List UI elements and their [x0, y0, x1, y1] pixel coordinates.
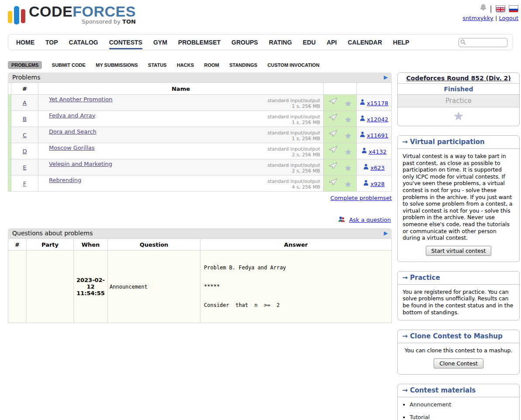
- header-stripe-cell: [8, 83, 11, 95]
- nav-item-help[interactable]: HELP: [393, 35, 409, 49]
- problem-row-a: A standard input/output1 s, 256 MB Yet A…: [8, 95, 392, 111]
- favorite-star-icon[interactable]: ★: [345, 148, 351, 156]
- nav-item-groups[interactable]: GROUPS: [231, 35, 258, 49]
- favorite-star-icon[interactable]: ★: [345, 99, 351, 108]
- problems-header-row: # Name: [8, 83, 392, 95]
- close-icon[interactable]: ×: [519, 401, 520, 406]
- time-memory-limits: 1 s, 256 MB: [292, 136, 320, 141]
- solved-count-link[interactable]: x623: [370, 165, 385, 171]
- subnav-hacks[interactable]: HACKS: [176, 61, 194, 69]
- problem-name-link[interactable]: Dora and Search: [49, 128, 97, 135]
- problem-letter-link[interactable]: B: [23, 116, 27, 122]
- questions-box: Questions about problems ▶ # Party When …: [8, 228, 392, 323]
- problem-name-link[interactable]: Yet Another Promotion: [49, 96, 112, 103]
- problem-letter-link[interactable]: C: [23, 132, 27, 138]
- solved-person-icon: [363, 181, 369, 187]
- questions-caption: Questions about problems ▶: [8, 228, 392, 238]
- nav-item-api[interactable]: API: [327, 35, 337, 49]
- nav-item-contests[interactable]: CONTESTS: [109, 35, 142, 49]
- nav-item-home[interactable]: HOME: [16, 35, 35, 49]
- favorite-star-icon[interactable]: ★: [345, 131, 351, 140]
- search-box[interactable]: [459, 38, 507, 47]
- contest-title-link[interactable]: Codeforces Round 852 (Div. 2): [406, 75, 511, 82]
- solved-count-link[interactable]: x15178: [367, 100, 388, 107]
- subnav-custom-invocation[interactable]: CUSTOM INVOCATION: [267, 61, 320, 69]
- solved-count-link[interactable]: x11691: [367, 132, 388, 139]
- problem-letter-link[interactable]: E: [23, 164, 26, 171]
- subnav-my-submissions[interactable]: MY SUBMISSIONS: [95, 61, 138, 69]
- favorite-star-icon[interactable]: ★: [345, 115, 351, 124]
- problems-collapse-arrow-icon[interactable]: ▶: [384, 72, 388, 83]
- contest-materials-box: → Contest materials Announcement × Tutor…: [397, 384, 520, 420]
- problem-name-link[interactable]: Fedya and Array: [49, 112, 95, 119]
- nav-item-edu[interactable]: EDU: [303, 35, 316, 49]
- nav-item-rating[interactable]: RATING: [269, 35, 292, 49]
- answer-line: Consider that n >= 2: [204, 302, 388, 309]
- problem-name-link[interactable]: Moscow Gorillas: [49, 145, 95, 151]
- nav-item-problemset[interactable]: PROBLEMSET: [178, 35, 221, 49]
- codeforces-logo[interactable]: CODEFORCES Sponsored by TON: [8, 3, 136, 29]
- solved-count-link[interactable]: x4132: [369, 148, 386, 155]
- accepted-stripe: [8, 127, 11, 143]
- io-type: standard input/output: [267, 114, 320, 120]
- question-answer-cell: Problem B. Fedya and Array ***** Conside…: [200, 251, 392, 323]
- submit-plane-icon[interactable]: [328, 164, 338, 171]
- announcement-link[interactable]: Announcement: [410, 401, 451, 408]
- solved-count-link[interactable]: x12042: [367, 116, 388, 123]
- submit-plane-icon[interactable]: [328, 116, 338, 122]
- subnav-standings[interactable]: STANDINGS: [229, 61, 258, 69]
- problem-letter-link[interactable]: A: [23, 100, 27, 106]
- accepted-stripe: [8, 95, 11, 111]
- logo-title: CODEFORCES: [29, 3, 136, 19]
- subnav-status[interactable]: STATUS: [148, 61, 167, 69]
- tutorial-link[interactable]: Tutorial: [410, 414, 430, 420]
- russian-flag-icon[interactable]: [509, 5, 518, 11]
- favorite-star-icon[interactable]: ★: [345, 180, 351, 189]
- close-icon[interactable]: ×: [519, 414, 520, 419]
- ask-question-link[interactable]: Ask a question: [349, 217, 391, 223]
- submit-plane-icon[interactable]: [328, 180, 338, 187]
- subnav-submit-code[interactable]: SUBMIT CODE: [52, 61, 86, 69]
- submit-plane-icon[interactable]: [328, 100, 338, 106]
- clone-contest-button[interactable]: Clone Contest: [434, 358, 483, 368]
- logo-code-text: CODE: [29, 3, 72, 20]
- logout-link[interactable]: Logout: [499, 15, 518, 21]
- practice-text: You are registered for practice. You can…: [398, 285, 519, 320]
- io-type: standard input/output: [267, 130, 320, 136]
- accepted-stripe: [8, 159, 11, 176]
- username-link[interactable]: sntmxykky: [462, 15, 493, 21]
- nav-item-calendar[interactable]: CALENDAR: [348, 35, 382, 49]
- nav-item-catalog[interactable]: CATALOG: [69, 35, 98, 49]
- subnav-problems[interactable]: PROBLEMS: [8, 61, 42, 69]
- problem-row-b: B standard input/output1 s, 256 MB Fedya…: [8, 111, 392, 127]
- search-input[interactable]: [467, 39, 505, 46]
- bell-icon[interactable]: [480, 4, 486, 13]
- clone-mashup-text: You can clone this contest to a mashup.: [405, 347, 513, 354]
- problem-letter-link[interactable]: F: [23, 180, 26, 187]
- problem-name-link[interactable]: Rebrending: [49, 177, 81, 183]
- questions-collapse-arrow-icon[interactable]: ▶: [384, 228, 388, 238]
- english-flag-icon[interactable]: [496, 5, 505, 11]
- question-row: 2023-02-12 11:54:55 Announcement Problem…: [8, 251, 392, 323]
- q-col-answer: Answer: [200, 239, 392, 251]
- submit-plane-icon[interactable]: [328, 132, 338, 138]
- solved-count-link[interactable]: x928: [370, 181, 385, 187]
- problem-name-link[interactable]: Velepin and Marketing: [49, 161, 112, 167]
- nav-item-top[interactable]: TOP: [45, 35, 58, 49]
- problem-limits: standard input/output4 s, 256 MB: [267, 177, 323, 190]
- problem-letter-link[interactable]: D: [22, 148, 27, 155]
- subnav-room[interactable]: ROOM: [204, 61, 219, 69]
- ask-question-people-icon: [337, 216, 349, 223]
- contest-favorite-star-icon[interactable]: ★: [453, 110, 463, 123]
- q-col-party: Party: [27, 239, 74, 251]
- col-header-index: #: [11, 83, 38, 95]
- favorite-star-icon[interactable]: ★: [345, 164, 351, 172]
- contest-status: Finished: [398, 84, 519, 95]
- solved-person-icon: [360, 100, 365, 107]
- header-user-area: | sntmxykky | Logout: [462, 4, 518, 21]
- complete-problemset-link[interactable]: Complete problemset: [331, 195, 392, 201]
- submit-plane-icon[interactable]: [328, 148, 338, 155]
- nav-item-gym[interactable]: GYM: [153, 35, 167, 49]
- problem-limits: standard input/output2 s, 256 MB: [267, 145, 323, 158]
- start-virtual-contest-button[interactable]: Start virtual contest: [426, 246, 492, 256]
